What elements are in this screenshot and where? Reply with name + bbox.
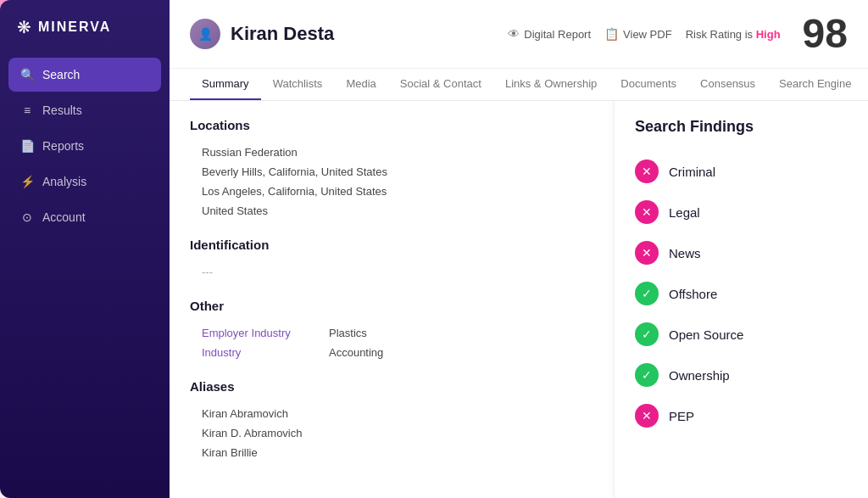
other-value-employer: Plastics: [329, 327, 367, 339]
findings-title: Search Findings: [635, 118, 848, 136]
finding-label-ownership: Ownership: [669, 368, 730, 383]
other-title: Other: [190, 299, 593, 313]
results-icon: ≡: [20, 104, 34, 117]
finding-legal: ✕ Legal: [635, 192, 848, 232]
finding-pep: ✕ PEP: [635, 395, 848, 436]
minerva-logo: ❋ MINERVA: [17, 17, 111, 37]
finding-label-offshore: Offshore: [669, 287, 717, 301]
aliases-title: Aliases: [190, 379, 593, 394]
finding-label-open-source: Open Source: [669, 327, 743, 342]
main-content: 👤 Kiran Desta 👁 Digital Report 📋 View PD…: [170, 0, 868, 498]
finding-offshore: ✓ Offshore: [635, 273, 848, 314]
tab-social-contact[interactable]: Social & Contact: [388, 69, 493, 100]
other-label-industry: Industry: [202, 346, 312, 359]
list-item: Beverly Hills, California, United States: [190, 162, 593, 182]
sidebar-label-search: Search: [42, 68, 80, 81]
identification-value: ---: [190, 262, 593, 282]
list-item: Employer Industry Plastics: [190, 323, 593, 343]
account-icon: ⊙: [20, 210, 34, 224]
list-item: Industry Accounting: [190, 343, 593, 362]
sidebar-label-account: Account: [42, 210, 86, 224]
tab-documents[interactable]: Documents: [609, 69, 688, 100]
sidebar-label-reports: Reports: [42, 139, 84, 153]
view-pdf-label: View PDF: [623, 28, 672, 41]
tab-summary[interactable]: Summary: [190, 69, 261, 100]
person-name: Kiran Desta: [231, 23, 508, 45]
finding-icon-legal: ✕: [635, 200, 659, 224]
identification-section: Identification ---: [190, 238, 593, 282]
finding-ownership: ✓ Ownership: [635, 355, 848, 395]
sidebar-item-reports[interactable]: 📄 Reports: [8, 129, 161, 163]
finding-icon-criminal: ✕: [635, 159, 659, 183]
finding-news: ✕ News: [635, 232, 848, 273]
tab-bar: Summary Watchlists Media Social & Contac…: [170, 69, 868, 101]
minerva-symbol-icon: ❋: [17, 17, 31, 37]
avatar: 👤: [190, 19, 220, 49]
locations-title: Locations: [190, 118, 593, 132]
search-icon: 🔍: [20, 68, 34, 81]
locations-section: Locations Russian Federation Beverly Hil…: [190, 118, 593, 221]
finding-label-pep: PEP: [669, 409, 694, 423]
finding-criminal: ✕ Criminal: [635, 151, 848, 192]
sidebar-item-results[interactable]: ≡ Results: [8, 93, 161, 127]
risk-score: 98: [803, 14, 848, 54]
digital-report-icon: 👁: [508, 27, 520, 41]
risk-rating-value: High: [756, 28, 781, 41]
list-item: Russian Federation: [190, 143, 593, 162]
app-name: MINERVA: [38, 20, 111, 35]
aliases-section: Aliases Kiran Abramovich Kiran D. Abramo…: [190, 379, 593, 462]
sidebar-item-analysis[interactable]: ⚡ Analysis: [8, 165, 161, 199]
avatar-image: 👤: [190, 19, 220, 49]
tab-consensus[interactable]: Consensus: [688, 69, 767, 100]
sidebar-label-analysis: Analysis: [42, 175, 86, 188]
findings-panel: Search Findings ✕ Criminal ✕ Legal ✕ New…: [614, 101, 868, 498]
finding-icon-pep: ✕: [635, 404, 659, 428]
finding-label-legal: Legal: [669, 205, 700, 220]
list-item: United States: [190, 201, 593, 221]
risk-rating-label: Risk Rating is: [686, 28, 753, 41]
logo-area: ❋ MINERVA: [0, 0, 170, 58]
analysis-icon: ⚡: [20, 175, 34, 188]
identification-title: Identification: [190, 238, 593, 252]
finding-label-news: News: [669, 246, 701, 260]
list-item: Los Angeles, California, United States: [190, 182, 593, 201]
other-value-industry: Accounting: [329, 346, 383, 359]
digital-report-button[interactable]: 👁 Digital Report: [508, 27, 591, 41]
finding-label-criminal: Criminal: [669, 165, 715, 179]
other-label-employer: Employer Industry: [202, 327, 312, 339]
finding-icon-offshore: ✓: [635, 282, 659, 305]
profile-content: Locations Russian Federation Beverly Hil…: [170, 101, 614, 498]
finding-icon-open-source: ✓: [635, 322, 659, 346]
other-section: Other Employer Industry Plastics Industr…: [190, 299, 593, 362]
sidebar-nav: 🔍 Search ≡ Results 📄 Reports ⚡ Analysis …: [0, 58, 170, 236]
finding-open-source: ✓ Open Source: [635, 314, 848, 355]
header-actions: 👁 Digital Report 📋 View PDF Risk Rating …: [508, 14, 848, 54]
view-pdf-button[interactable]: 📋 View PDF: [604, 27, 672, 41]
pdf-icon: 📋: [604, 27, 619, 41]
sidebar-item-search[interactable]: 🔍 Search: [8, 58, 161, 92]
tab-watchlists[interactable]: Watchlists: [261, 69, 335, 100]
risk-rating: Risk Rating is High: [686, 28, 781, 41]
sidebar-item-account[interactable]: ⊙ Account: [8, 200, 161, 234]
digital-report-label: Digital Report: [524, 28, 591, 41]
sidebar: ❋ MINERVA 🔍 Search ≡ Results 📄 Reports ⚡…: [0, 0, 170, 498]
page-header: 👤 Kiran Desta 👁 Digital Report 📋 View PD…: [170, 0, 868, 69]
sidebar-label-results: Results: [42, 104, 82, 117]
list-item: Kiran Brillie: [190, 443, 593, 462]
reports-icon: 📄: [20, 139, 34, 153]
list-item: Kiran D. Abramovich: [190, 423, 593, 443]
tab-search-engine[interactable]: Search Engine: [767, 69, 863, 100]
finding-icon-ownership: ✓: [635, 363, 659, 387]
finding-icon-news: ✕: [635, 241, 659, 265]
tab-links-ownership[interactable]: Links & Ownership: [493, 69, 609, 100]
body-area: Locations Russian Federation Beverly Hil…: [170, 101, 868, 498]
tab-media[interactable]: Media: [334, 69, 387, 100]
app-container: ❋ MINERVA 🔍 Search ≡ Results 📄 Reports ⚡…: [0, 0, 868, 498]
list-item: Kiran Abramovich: [190, 404, 593, 423]
